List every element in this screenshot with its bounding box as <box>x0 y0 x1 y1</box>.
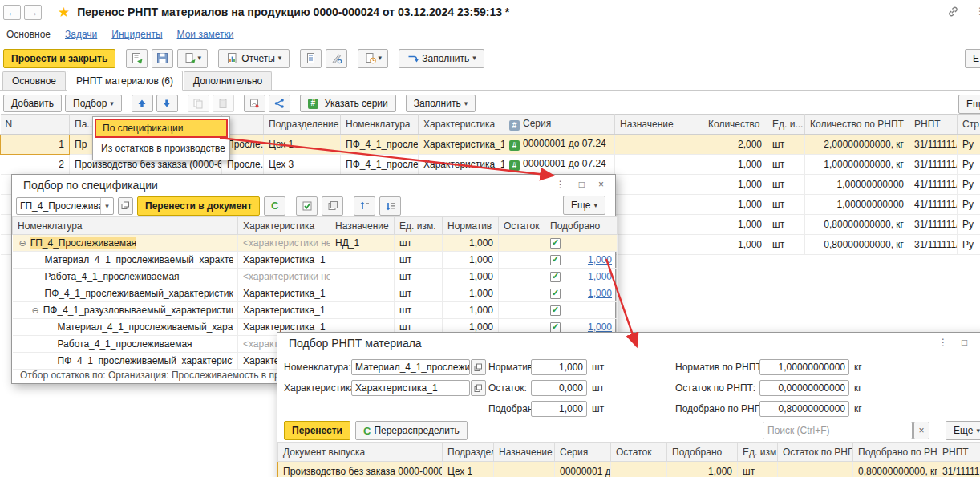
maximize-icon[interactable]: □ <box>962 338 967 347</box>
maximize-icon[interactable]: □ <box>579 180 585 189</box>
close-icon[interactable]: × <box>598 180 604 189</box>
rnpt-more-button[interactable]: Еще ▾ <box>946 421 980 440</box>
specification-combo[interactable]: ГП_4_Прослеживаемая (кс ▾ <box>16 197 114 215</box>
picked-checkbox[interactable]: ✓ <box>550 238 561 249</box>
tab-rnpt-materials[interactable]: РНПТ материалов (6) <box>67 71 183 91</box>
col-purpose[interactable]: Назначение <box>494 443 555 462</box>
section-notes[interactable]: Мои заметки <box>177 29 234 40</box>
more-button-top-cut[interactable]: Е <box>965 49 980 68</box>
col-series[interactable]: Серия <box>555 443 611 462</box>
col-rest[interactable]: Остаток <box>499 217 545 235</box>
picked-qty-link[interactable]: 1,000 <box>588 271 612 282</box>
collapse-icon[interactable]: ⊖ <box>32 306 39 315</box>
picked-qty-link[interactable]: 1,000 <box>588 321 612 333</box>
stamp-button[interactable] <box>244 95 265 112</box>
share-button[interactable] <box>269 95 290 112</box>
col-unit[interactable]: Ед. изм. <box>395 217 443 235</box>
pick-button[interactable]: Подбор ▾ <box>65 95 122 112</box>
clear-quantity-button[interactable] <box>379 196 401 216</box>
picked-checkbox[interactable]: ✓ <box>550 255 561 265</box>
col-unit[interactable]: Ед. и... <box>767 115 805 135</box>
post-and-close-button[interactable]: Провести и закрыть <box>3 49 115 68</box>
menu-item-from-leftovers[interactable]: Из остатков в производстве <box>95 138 228 158</box>
col-item[interactable]: Номенклатура <box>341 115 419 135</box>
col-purpose[interactable]: Назначение <box>615 115 703 135</box>
create-based-on-button[interactable]: ▾ <box>177 49 208 68</box>
reports-button[interactable]: Отчеты ▾ <box>218 49 290 68</box>
get-link-icon[interactable] <box>947 6 959 20</box>
col-picked[interactable]: Подобрано <box>545 217 618 235</box>
save-button[interactable] <box>152 49 173 68</box>
spec-more-button[interactable]: Еще ▾ <box>563 196 605 215</box>
title-menu-icon[interactable]: ⋮ <box>975 6 980 17</box>
col-doc[interactable]: Документ выпуска <box>278 443 443 462</box>
col-rnpt[interactable]: РНПТ <box>909 115 958 135</box>
picked-field[interactable]: 1,000 <box>531 401 587 417</box>
section-main[interactable]: Основное <box>6 29 51 40</box>
unmark-all-button[interactable] <box>322 196 343 216</box>
schedule-document-button[interactable]: ▾ <box>358 49 388 68</box>
col-series[interactable]: #Серия <box>504 115 615 135</box>
redistribute-button[interactable]: C Перераспределить <box>355 421 468 440</box>
favorite-star-icon[interactable]: ★ <box>58 6 70 19</box>
picked-qty-link[interactable]: 1,000 <box>588 254 612 265</box>
tab-main[interactable]: Основное <box>2 71 66 90</box>
col-rest[interactable]: Остаток <box>611 443 667 462</box>
mark-all-button[interactable] <box>296 196 318 216</box>
col-purpose[interactable]: Назначение <box>330 217 395 235</box>
col-name[interactable]: Номенклатура <box>13 217 238 235</box>
col-qty[interactable]: Количество <box>703 115 767 135</box>
picked-checkbox[interactable]: ✓ <box>550 289 561 299</box>
transfer-button[interactable]: Перенести <box>284 421 350 440</box>
grid-more-button-cut[interactable]: Ещ <box>958 95 980 114</box>
add-button[interactable]: Добавить <box>3 95 62 112</box>
move-down-button[interactable] <box>156 95 178 112</box>
section-tasks[interactable]: Задачи <box>65 29 97 40</box>
col-unit[interactable]: Ед. изм. <box>738 443 778 462</box>
col-char[interactable]: Характеристика <box>238 217 330 235</box>
col-norm[interactable]: Норматив <box>443 217 499 235</box>
col-dept[interactable]: Подразделение <box>264 115 341 135</box>
col-picked[interactable]: Подобрано <box>667 443 738 462</box>
open-characteristic-button[interactable] <box>471 380 486 396</box>
norm-rnpt-field[interactable]: 1,00000000000 <box>759 359 849 375</box>
search-clear-button[interactable]: × <box>913 422 929 439</box>
transfer-to-document-button[interactable]: Перенести в документ <box>137 196 260 216</box>
copy-button[interactable] <box>188 95 209 112</box>
rest-rnpt-field[interactable]: 0,00000000000 <box>759 380 849 396</box>
col-dept[interactable]: Подраздел... <box>443 443 494 462</box>
col-char[interactable]: Характеристика <box>419 115 504 135</box>
refresh-button[interactable]: C <box>264 196 285 216</box>
fill-button[interactable]: Заполнить ▾ <box>399 49 484 68</box>
col-rest-rnpt[interactable]: Остаток по РНПТ <box>778 443 853 462</box>
caret-down-icon[interactable]: ▾ <box>100 198 113 214</box>
set-quantity-button[interactable] <box>354 196 375 216</box>
open-nomenclature-button[interactable] <box>471 359 486 375</box>
picked-rnpt-field[interactable]: 0,80000000000 <box>759 401 849 417</box>
post-document-button[interactable] <box>126 49 148 68</box>
picked-checkbox[interactable]: ✓ <box>550 272 561 282</box>
col-picked-rnpt[interactable]: Подобрано по РНПТ <box>853 443 937 462</box>
structure-button[interactable] <box>300 49 322 68</box>
back-button[interactable]: ← <box>3 5 21 20</box>
grid-fill-button[interactable]: Заполнить ▾ <box>406 95 476 112</box>
edit-pen-button[interactable] <box>326 49 347 68</box>
tab-additional[interactable]: Дополнительно <box>184 71 272 90</box>
col-n[interactable]: N <box>1 115 70 135</box>
collapse-icon[interactable]: ⊖ <box>19 239 26 248</box>
open-specification-button[interactable] <box>118 197 133 215</box>
nomenclature-field[interactable]: Материал_4_1_прослеживаемый_характери <box>351 359 470 375</box>
picked-checkbox[interactable]: ✓ <box>550 305 561 316</box>
set-series-button[interactable]: # Указать серии <box>300 95 396 112</box>
menu-item-by-specification[interactable]: По спецификации <box>95 119 228 138</box>
move-up-button[interactable] <box>132 95 153 112</box>
picked-qty-link[interactable]: 1,000 <box>588 288 612 299</box>
window-menu-icon[interactable]: ⋮ <box>556 180 565 189</box>
rest-field[interactable]: 0,000 <box>531 380 587 396</box>
col-country[interactable]: Стр <box>958 115 980 135</box>
picked-checkbox[interactable]: ✓ <box>550 322 561 333</box>
col-rnpt[interactable]: РНПТ <box>937 443 980 462</box>
characteristic-field[interactable]: Характеристика_1 <box>351 380 470 396</box>
window-menu-icon[interactable]: ⋮ <box>938 338 948 347</box>
forward-button[interactable]: → <box>24 5 42 20</box>
